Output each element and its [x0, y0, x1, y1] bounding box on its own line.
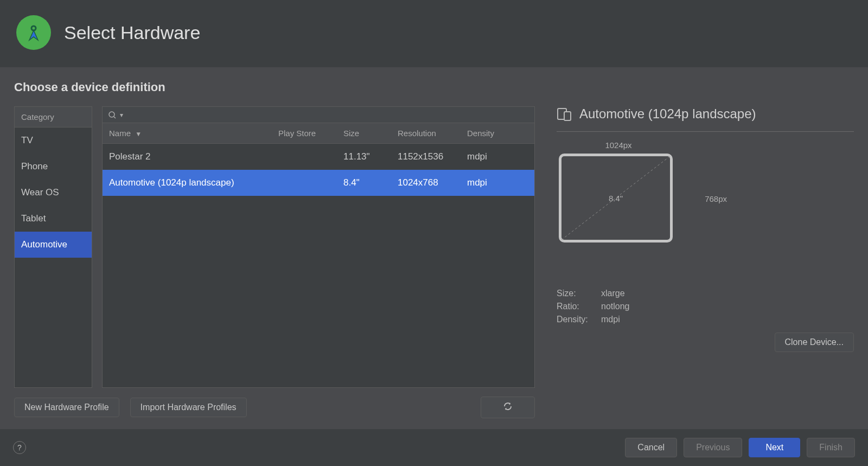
device-table: Name ▼ Play Store Size Resolution Densit…: [102, 123, 535, 388]
wizard-title: Select Hardware: [64, 22, 200, 43]
device-drawing: 1024px 768px 8.4": [559, 154, 700, 267]
category-panel: Category TV Phone Wear OS Tablet Automot…: [14, 106, 92, 388]
preview-title: Automotive (1024p landscape): [579, 106, 756, 122]
wizard-header: Select Hardware: [0, 0, 868, 67]
sort-arrow-icon: ▼: [135, 130, 142, 138]
refresh-button[interactable]: [481, 397, 535, 418]
spec-ratio-value: notlong: [601, 300, 630, 313]
device-size: 8.4": [337, 170, 391, 196]
table-header-row: Name ▼ Play Store Size Resolution Densit…: [103, 123, 534, 144]
device-row-automotive-1024p[interactable]: Automotive (1024p landscape) 8.4" 1024x7…: [103, 170, 534, 196]
search-row: ▾: [102, 106, 535, 123]
category-tv[interactable]: TV: [15, 127, 92, 154]
category-phone[interactable]: Phone: [15, 154, 92, 180]
help-button[interactable]: ?: [13, 441, 26, 454]
spec-size-label: Size:: [557, 287, 596, 300]
column-name[interactable]: Name ▼: [103, 123, 272, 143]
preview-panel: Automotive (1024p landscape) 1024px 768p…: [557, 106, 854, 418]
category-tablet[interactable]: Tablet: [15, 206, 92, 232]
diagonal-label: 8.4": [609, 194, 623, 203]
device-play-store: [272, 144, 337, 170]
import-hardware-profiles-button[interactable]: Import Hardware Profiles: [130, 398, 247, 417]
category-automotive[interactable]: Automotive: [15, 232, 92, 258]
device-name: Polestar 2: [103, 144, 272, 170]
refresh-icon: [503, 401, 513, 411]
cancel-button[interactable]: Cancel: [625, 438, 677, 457]
column-resolution[interactable]: Resolution: [391, 123, 461, 143]
spec-density-value: mdpi: [601, 313, 620, 326]
device-search-input[interactable]: [126, 110, 529, 119]
compass-icon: [22, 21, 46, 44]
width-label: 1024px: [559, 141, 678, 150]
height-label: 768px: [705, 154, 727, 244]
spec-ratio-label: Ratio:: [557, 300, 596, 313]
device-size: 11.13": [337, 144, 391, 170]
search-icon: [108, 111, 117, 119]
svg-rect-4: [564, 112, 571, 120]
category-header: Category: [15, 107, 92, 127]
column-play-store[interactable]: Play Store: [272, 123, 337, 143]
device-resolution: 1152x1536: [391, 144, 461, 170]
spec-size-value: xlarge: [601, 287, 625, 300]
android-studio-logo: [16, 15, 51, 50]
category-wear-os[interactable]: Wear OS: [15, 180, 92, 206]
new-hardware-profile-button[interactable]: New Hardware Profile: [14, 398, 119, 417]
content-area: Choose a device definition Category TV P…: [0, 67, 868, 429]
svg-point-1: [109, 112, 114, 117]
device-density: mdpi: [461, 170, 534, 196]
device-play-store: [272, 170, 337, 196]
spec-density-label: Density:: [557, 313, 596, 326]
column-density[interactable]: Density: [461, 123, 534, 143]
next-button[interactable]: Next: [749, 438, 800, 457]
svg-line-2: [114, 117, 116, 118]
device-row-polestar-2[interactable]: Polestar 2 11.13" 1152x1536 mdpi: [103, 144, 534, 170]
search-dropdown-icon[interactable]: ▾: [120, 111, 123, 119]
device-name: Automotive (1024p landscape): [103, 170, 272, 196]
device-resolution: 1024x768: [391, 170, 461, 196]
device-density: mdpi: [461, 144, 534, 170]
column-size[interactable]: Size: [337, 123, 391, 143]
wizard-footer: ? Cancel Previous Next Finish: [0, 429, 868, 466]
clone-device-button[interactable]: Clone Device...: [775, 333, 854, 352]
spec-list: Size: xlarge Ratio: notlong Density: mdp…: [557, 287, 854, 326]
device-outline: 8.4": [559, 154, 673, 242]
finish-button[interactable]: Finish: [807, 438, 855, 457]
previous-button[interactable]: Previous: [684, 438, 742, 457]
devices-icon: [557, 106, 572, 122]
column-name-label: Name: [109, 129, 131, 138]
page-subtitle: Choose a device definition: [14, 80, 854, 94]
